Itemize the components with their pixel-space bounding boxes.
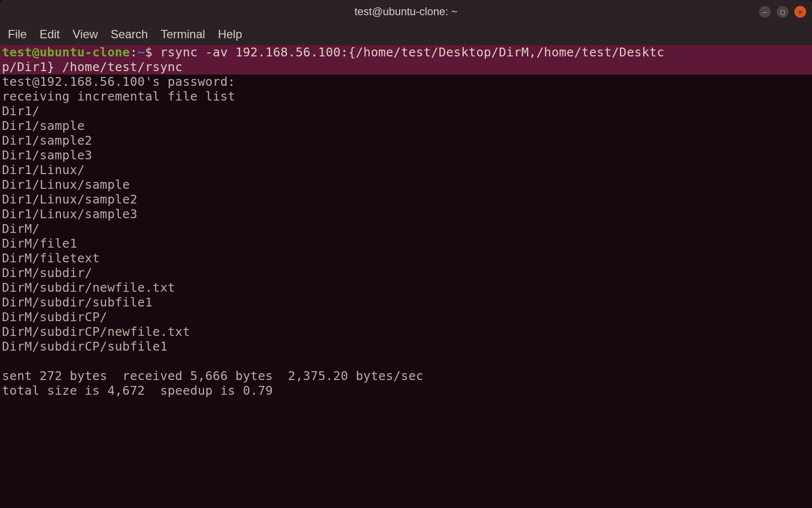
output-line: Dir1/sample2 xyxy=(0,133,812,148)
output-line: DirM/subdirCP/newfile.txt xyxy=(0,325,812,339)
terminal-window: test@ubuntu-clone: ~ – □ ✕ File Edit Vie… xyxy=(0,0,812,508)
menu-file[interactable]: File xyxy=(8,27,27,41)
output-sent-bytes: sent 272 bytes received 5,666 bytes 2,37… xyxy=(0,369,812,383)
output-password-prompt: test@192.168.56.100's password: xyxy=(0,75,812,89)
output-line: Dir1/ xyxy=(0,104,812,119)
menu-edit[interactable]: Edit xyxy=(40,27,60,41)
close-button[interactable]: ✕ xyxy=(794,6,806,18)
minimize-icon: – xyxy=(763,8,767,16)
close-icon: ✕ xyxy=(798,8,802,16)
prompt-line-1: test@ubuntu-clone:~$ rsync -av 192.168.5… xyxy=(0,45,812,60)
output-line: Dir1/Linux/sample xyxy=(0,178,812,192)
maximize-button[interactable]: □ xyxy=(777,6,788,18)
output-receiving: receiving incremental file list xyxy=(0,89,812,104)
prompt-user-host: test@ubuntu-clone xyxy=(2,45,130,59)
maximize-icon: □ xyxy=(781,8,785,16)
terminal-output[interactable]: test@ubuntu-clone:~$ rsync -av 192.168.5… xyxy=(0,45,812,508)
output-line: DirM/subdir/subfile1 xyxy=(0,295,812,310)
prompt-sep1: : xyxy=(130,45,137,59)
output-line: DirM/file1 xyxy=(0,236,812,251)
output-line: DirM/subdirCP/ xyxy=(0,310,812,325)
command-text-2: p/Dir1} /home/test/rsync xyxy=(2,60,182,74)
output-line: DirM/subdirCP/subfile1 xyxy=(0,339,812,354)
window-title: test@ubuntu-clone: ~ xyxy=(355,5,457,18)
output-line: Dir1/Linux/ xyxy=(0,163,812,178)
output-line: Dir1/sample xyxy=(0,119,812,133)
menu-terminal[interactable]: Terminal xyxy=(161,27,205,41)
output-line: DirM/filetext xyxy=(0,251,812,266)
output-line: DirM/ xyxy=(0,222,812,236)
output-line: Dir1/sample3 xyxy=(0,148,812,163)
prompt-sep2: $ xyxy=(145,45,160,59)
output-total-size: total size is 4,672 speedup is 0.79 xyxy=(0,383,812,398)
titlebar: test@ubuntu-clone: ~ – □ ✕ xyxy=(0,0,812,24)
prompt-line-2: p/Dir1} /home/test/rsync xyxy=(0,60,812,75)
output-line: Dir1/Linux/sample2 xyxy=(0,192,812,207)
prompt-path: ~ xyxy=(137,45,145,59)
menu-search[interactable]: Search xyxy=(111,27,148,41)
output-line: DirM/subdir/newfile.txt xyxy=(0,280,812,295)
menubar: File Edit View Search Terminal Help xyxy=(0,24,812,45)
window-controls: – □ ✕ xyxy=(759,6,806,18)
command-text-1: rsync -av 192.168.56.100:{/home/test/Des… xyxy=(160,45,664,59)
output-line: Dir1/Linux/sample3 xyxy=(0,207,812,222)
output-line: DirM/subdir/ xyxy=(0,266,812,280)
minimize-button[interactable]: – xyxy=(759,6,771,18)
menu-view[interactable]: View xyxy=(73,27,98,41)
menu-help[interactable]: Help xyxy=(218,27,242,41)
blank-line xyxy=(0,354,812,369)
